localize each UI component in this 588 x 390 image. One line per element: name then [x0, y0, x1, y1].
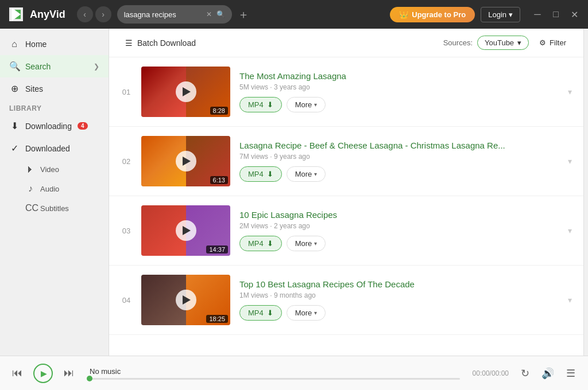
download-arrow-icon: ⬇: [267, 239, 273, 248]
player-info: No music: [85, 367, 465, 380]
sidebar-item-downloaded[interactable]: ✓ Downloaded: [0, 137, 109, 159]
expand-icon[interactable]: ▾: [568, 87, 572, 96]
video-thumbnail[interactable]: 8:28: [141, 67, 230, 117]
close-button[interactable]: ✕: [567, 7, 581, 21]
download-arrow-icon: ⬇: [267, 100, 273, 109]
search-arrow-icon: ❯: [94, 63, 99, 71]
scrollbar[interactable]: [583, 29, 588, 356]
filter-icon: ⚙: [539, 38, 546, 47]
video-meta: 7M views · 9 years ago: [239, 153, 559, 161]
list-item: 04 18:25 Top 10 Best Lasagna Recipes Of …: [109, 266, 583, 335]
mp4-label: MP4: [248, 170, 264, 178]
list-item: 02 6:13 Lasagna Recipe - Beef & Cheese L…: [109, 127, 583, 196]
batch-download-button[interactable]: ☰ Batch Download: [121, 36, 200, 50]
sites-label: Sites: [25, 84, 43, 93]
sidebar-item-audio[interactable]: ♪ Audio: [0, 179, 109, 198]
more-label: More: [295, 239, 312, 248]
sidebar-item-sites[interactable]: ⊕ Sites: [0, 77, 109, 100]
filter-button[interactable]: ⚙ Filter: [533, 36, 572, 49]
title-bar: AnyVid ‹ › lasagna recipes ✕ 🔍 ＋ 👑 Upgra…: [0, 0, 588, 29]
video-thumbnail[interactable]: 14:37: [141, 205, 230, 256]
play-pause-button[interactable]: ▶: [33, 364, 53, 383]
volume-button[interactable]: 🔊: [540, 365, 556, 381]
play-button[interactable]: [176, 81, 196, 102]
sidebar-item-downloading[interactable]: ⬇ Downloading 4: [0, 115, 109, 137]
queue-button[interactable]: ☰: [563, 365, 579, 381]
sidebar-item-home[interactable]: ⌂ Home: [0, 33, 109, 55]
mp4-download-button[interactable]: MP4 ⬇: [239, 97, 282, 112]
play-triangle-icon: [183, 295, 191, 305]
play-triangle-icon: [183, 226, 191, 235]
play-button[interactable]: [176, 290, 196, 310]
forward-button[interactable]: ›: [95, 6, 111, 22]
source-value: YouTube: [485, 38, 514, 47]
video-thumbnail[interactable]: 18:25: [141, 275, 230, 325]
subtitles-label: Subtitles: [40, 204, 69, 213]
more-chevron-icon: ▾: [314, 171, 317, 177]
repeat-button[interactable]: ↻: [517, 365, 533, 381]
maximize-button[interactable]: □: [549, 7, 563, 21]
nav-arrows: ‹ ›: [77, 6, 111, 22]
next-track-button[interactable]: ⏭: [61, 365, 77, 381]
download-arrow-icon: ⬇: [267, 309, 273, 317]
mp4-download-button[interactable]: MP4 ⬇: [239, 166, 282, 182]
list-item: 01 8:28 The Most Amazing Lasagna 5M view…: [109, 57, 583, 127]
mp4-label: MP4: [248, 309, 264, 317]
video-title[interactable]: 10 Epic Lasagna Recipes: [239, 210, 559, 220]
mp4-download-button[interactable]: MP4 ⬇: [239, 236, 282, 251]
video-thumbnail[interactable]: 6:13: [141, 136, 230, 186]
audio-label: Audio: [40, 185, 59, 193]
library-section-label: Library: [0, 100, 109, 115]
upgrade-button[interactable]: 👑 Upgrade to Pro: [390, 7, 475, 22]
mp4-download-button[interactable]: MP4 ⬇: [239, 305, 282, 321]
more-options-button[interactable]: More ▾: [287, 166, 326, 182]
play-button[interactable]: [176, 151, 196, 171]
more-chevron-icon: ▾: [314, 310, 317, 316]
minimize-button[interactable]: ─: [531, 7, 544, 21]
video-title[interactable]: Lasagna Recipe - Beef & Cheese Lasagna -…: [239, 141, 559, 150]
sites-icon: ⊕: [9, 83, 20, 94]
more-options-button[interactable]: More ▾: [287, 236, 326, 251]
tab-search-icon[interactable]: 🔍: [216, 10, 225, 18]
upgrade-label: Upgrade to Pro: [412, 10, 466, 19]
downloading-label: Downloading: [25, 122, 72, 131]
main-layout: ⌂ Home 🔍 Search ❯ ⊕ Sites Library ⬇ Down…: [0, 29, 588, 356]
new-tab-button[interactable]: ＋: [238, 7, 249, 22]
expand-icon[interactable]: ▾: [568, 157, 572, 166]
sidebar-item-search[interactable]: 🔍 Search ❯: [0, 55, 109, 77]
app-logo-icon: [7, 5, 25, 24]
login-chevron-icon: ▾: [509, 10, 513, 19]
content-area: ☰ Batch Download Sources: YouTube ▾ ⚙ Fi…: [109, 29, 583, 356]
back-button[interactable]: ‹: [77, 6, 93, 22]
video-meta: 1M views · 9 months ago: [239, 291, 559, 299]
tab-close-button[interactable]: ✕: [206, 10, 212, 18]
video-info: Lasagna Recipe - Beef & Cheese Lasagna -…: [239, 141, 559, 182]
prev-track-button[interactable]: ⏮: [9, 365, 25, 381]
video-title[interactable]: The Most Amazing Lasagna: [239, 71, 559, 81]
tab-query: lasagna recipes: [124, 10, 202, 19]
sidebar-item-video[interactable]: ⏵ Video: [0, 159, 109, 179]
video-list: 01 8:28 The Most Amazing Lasagna 5M view…: [109, 57, 583, 356]
mp4-label: MP4: [248, 239, 264, 248]
downloaded-label: Downloaded: [25, 144, 70, 153]
progress-bar[interactable]: [90, 378, 460, 380]
expand-icon[interactable]: ▾: [568, 295, 572, 305]
expand-icon[interactable]: ▾: [568, 226, 572, 235]
video-title[interactable]: Top 10 Best Lasagna Recipes Of The Decad…: [239, 279, 559, 289]
login-button[interactable]: Login ▾: [481, 7, 520, 22]
video-icon: ⏵: [25, 164, 36, 174]
search-tab: lasagna recipes ✕ 🔍: [117, 5, 232, 24]
sidebar-item-subtitles[interactable]: CC Subtitles: [0, 198, 109, 218]
duration-badge: 18:25: [206, 315, 228, 323]
more-options-button[interactable]: More ▾: [287, 97, 326, 112]
video-number: 02: [121, 157, 132, 166]
video-number: 03: [121, 227, 132, 235]
downloading-badge: 4: [78, 122, 88, 130]
play-button[interactable]: [176, 220, 196, 241]
video-info: The Most Amazing Lasagna 5M views · 3 ye…: [239, 71, 559, 112]
video-label: Video: [40, 165, 59, 174]
progress-dot: [87, 376, 92, 381]
more-options-button[interactable]: More ▾: [287, 305, 326, 321]
video-number: 04: [121, 296, 132, 305]
sources-selector[interactable]: YouTube ▾: [477, 36, 529, 50]
